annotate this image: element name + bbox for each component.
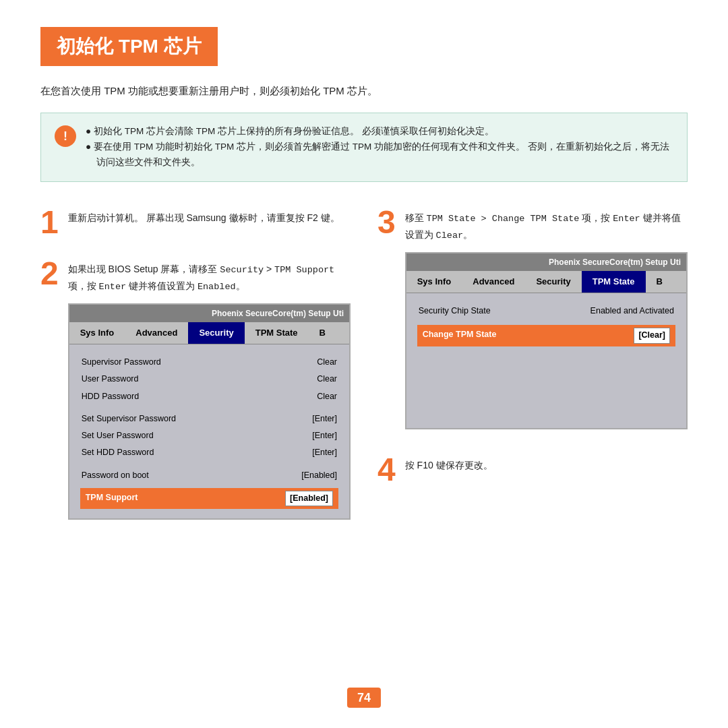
bios-row-change-tpm: Change TPM State [Clear]: [417, 325, 675, 346]
supervisor-pwd-label: Supervisor Password: [82, 355, 161, 369]
title-bar: 初始化 TPM 芯片: [40, 27, 218, 66]
step-1-number: 1: [40, 206, 59, 239]
bios-1-menu-b[interactable]: B: [309, 322, 336, 344]
pwd-boot-label: Password on boot: [82, 468, 149, 483]
bios-1-menubar: Sys Info Advanced Security TPM State B: [69, 322, 349, 344]
right-column: 3 移至 TPM State > Change TPM State 项，按 En…: [377, 206, 688, 520]
step-3-content: 移至 TPM State > Change TPM State 项，按 Ente…: [405, 206, 688, 429]
chip-state-value: Enabled and Activated: [590, 304, 674, 318]
bios-row-user-pwd: User Password Clear: [82, 371, 337, 388]
chip-state-label: Security Chip State: [419, 304, 491, 318]
bios-1-title: Phoenix SecureCore(tm) Setup Uti: [212, 309, 344, 318]
bios-screen-1: Phoenix SecureCore(tm) Setup Uti Sys Inf…: [68, 303, 351, 520]
step-2-content: 如果出现 BIOS Setup 屏幕，请移至 Security > TPM Su…: [68, 257, 351, 520]
page-number: 74: [347, 688, 381, 708]
set-supervisor-value: [Enter]: [312, 412, 337, 426]
step-3-number: 3: [377, 206, 396, 239]
change-tpm-value: [Clear]: [634, 328, 670, 343]
step-4: 4 按 F10 键保存更改。: [377, 454, 688, 486]
bios-row-set-supervisor: Set Supervisor Password [Enter]: [82, 411, 337, 427]
step-2-code4: Enabled: [198, 282, 236, 292]
bios-1-menu-tpmstate[interactable]: TPM State: [245, 322, 309, 344]
bios-1-menu-advanced[interactable]: Advanced: [125, 322, 188, 344]
set-user-value: [Enter]: [312, 429, 337, 443]
bios-row-set-user: Set User Password [Enter]: [82, 427, 337, 444]
bios-row-hdd-pwd: HDD Password Clear: [82, 388, 337, 405]
tpm-support-value: [Enabled]: [285, 491, 333, 506]
bios-row-set-hdd: Set HDD Password [Enter]: [82, 444, 337, 461]
step-3-code1: TPM State > Change TPM State: [427, 214, 580, 224]
warning-bullet-1: ● 初始化 TPM 芯片会清除 TPM 芯片上保持的所有身份验证信息。 必须谨慎…: [86, 124, 673, 140]
supervisor-pwd-value: Clear: [317, 355, 337, 369]
pwd-boot-value: [Enabled]: [301, 468, 337, 483]
bios-2-menu-security[interactable]: Security: [525, 271, 581, 293]
bios-row-supervisor-pwd: Supervisor Password Clear: [82, 354, 337, 371]
set-supervisor-label: Set Supervisor Password: [82, 412, 176, 426]
bios-2-menubar: Sys Info Advanced Security TPM State B: [406, 271, 686, 293]
warning-bullet-2: ● 要在使用 TPM 功能时初始化 TPM 芯片，则必须首先解密通过 TPM 功…: [86, 140, 673, 171]
step-3: 3 移至 TPM State > Change TPM State 项，按 En…: [377, 206, 688, 429]
step-2-code2: TPM Support: [274, 265, 334, 275]
step-2-number: 2: [40, 257, 59, 290]
steps-grid: 1 重新启动计算机。 屏幕出现 Samsung 徽标时，请重复按 F2 键。 2…: [40, 206, 688, 520]
set-hdd-value: [Enter]: [312, 446, 337, 460]
tpm-support-label: TPM Support: [86, 491, 138, 506]
bios-2-body: Security Chip State Enabled and Activate…: [406, 293, 686, 428]
set-hdd-label: Set HDD Password: [82, 446, 154, 460]
bios-2-titlebar: Phoenix SecureCore(tm) Setup Uti: [406, 253, 686, 271]
bios-2-title: Phoenix SecureCore(tm) Setup Uti: [549, 257, 681, 267]
bios-2-menu-tpmstate[interactable]: TPM State: [582, 271, 646, 293]
left-column: 1 重新启动计算机。 屏幕出现 Samsung 徽标时，请重复按 F2 键。 2…: [40, 206, 351, 520]
bios-1-menu-security[interactable]: Security: [188, 322, 244, 344]
step-4-content: 按 F10 键保存更改。: [405, 454, 493, 474]
exclamation-icon: !: [63, 129, 67, 144]
bios-row-tpm-support: TPM Support [Enabled]: [80, 488, 338, 509]
bios-1-menu-sysinfo[interactable]: Sys Info: [69, 322, 125, 344]
step-3-code3: Clear: [436, 231, 464, 241]
user-pwd-label: User Password: [82, 372, 139, 386]
hdd-pwd-label: HDD Password: [82, 390, 139, 404]
step-2: 2 如果出现 BIOS Setup 屏幕，请移至 Security > TPM …: [40, 257, 351, 520]
set-user-label: Set User Password: [82, 429, 154, 443]
bios-row-chip-state: Security Chip State Enabled and Activate…: [419, 303, 674, 320]
step-4-number: 4: [377, 454, 396, 486]
hdd-pwd-value: Clear: [317, 390, 337, 404]
bios-1-body: Supervisor Password Clear User Password …: [69, 344, 349, 518]
warning-text: ● 初始化 TPM 芯片会清除 TPM 芯片上保持的所有身份验证信息。 必须谨慎…: [86, 124, 673, 171]
warning-icon: !: [55, 125, 76, 147]
bios-1-titlebar: Phoenix SecureCore(tm) Setup Uti: [69, 305, 349, 322]
step-1: 1 重新启动计算机。 屏幕出现 Samsung 徽标时，请重复按 F2 键。: [40, 206, 351, 239]
bios-row-pwd-boot: Password on boot [Enabled]: [82, 467, 337, 484]
bios-2-menu-b[interactable]: B: [646, 271, 673, 293]
bios-2-menu-sysinfo[interactable]: Sys Info: [406, 271, 462, 293]
page-title: 初始化 TPM 芯片: [57, 34, 202, 59]
step-2-code3: Enter: [99, 282, 127, 292]
bios-2-menu-advanced[interactable]: Advanced: [462, 271, 525, 293]
user-pwd-value: Clear: [317, 372, 337, 386]
intro-text: 在您首次使用 TPM 功能或想要重新注册用户时，则必须初始化 TPM 芯片。: [40, 85, 688, 98]
change-tpm-label: Change TPM State: [423, 328, 497, 343]
step-1-content: 重新启动计算机。 屏幕出现 Samsung 徽标时，请重复按 F2 键。: [68, 206, 340, 226]
bios-screen-2: Phoenix SecureCore(tm) Setup Uti Sys Inf…: [405, 252, 688, 429]
page-container: 初始化 TPM 芯片 在您首次使用 TPM 功能或想要重新注册用户时，则必须初始…: [0, 0, 728, 728]
warning-box: ! ● 初始化 TPM 芯片会清除 TPM 芯片上保持的所有身份验证信息。 必须…: [40, 113, 688, 182]
step-3-code2: Enter: [613, 214, 640, 224]
step-2-code1: Security: [220, 265, 264, 275]
